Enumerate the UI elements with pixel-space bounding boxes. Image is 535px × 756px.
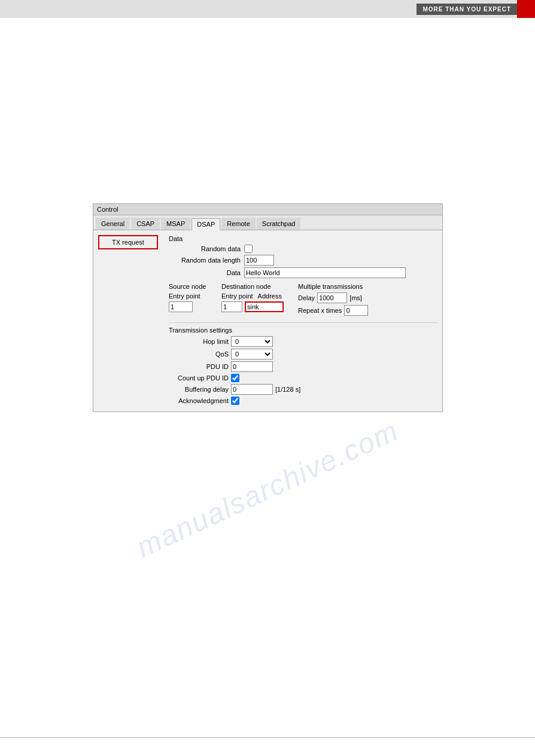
dest-address-input[interactable]: [245, 301, 284, 312]
buffering-input[interactable]: [231, 384, 273, 395]
random-data-row: Random data: [169, 245, 437, 253]
lower-area: Source node Entry point Destination node…: [169, 283, 437, 318]
source-node: Source node Entry point: [169, 283, 217, 318]
source-entry-point-input-row: [169, 301, 217, 312]
dest-input-row: [221, 301, 293, 312]
tx-request-button[interactable]: TX request: [98, 235, 158, 249]
qos-select[interactable]: 0 1 2: [231, 349, 273, 359]
data-input[interactable]: [244, 267, 406, 278]
buffering-label: Buffering delay: [169, 386, 229, 393]
random-data-checkbox[interactable]: [244, 245, 253, 253]
source-entry-point-row: Entry point: [169, 292, 217, 300]
left-col: TX request: [98, 235, 164, 407]
bottom-line: [0, 737, 535, 738]
dest-node: Destination node Entry point Address: [221, 283, 293, 318]
tab-remote[interactable]: Remote: [221, 218, 256, 230]
repeat-input[interactable]: [344, 305, 368, 316]
hop-limit-row: Hop limit 0 1 2 3: [169, 336, 437, 347]
transmission-settings: Transmission settings Hop limit 0 1 2 3 …: [169, 322, 437, 405]
tx-settings-title: Transmission settings: [169, 327, 437, 334]
random-data-length-label: Random data length: [169, 257, 241, 264]
repeat-row: Repeat x times: [298, 305, 370, 316]
multi-tx-title: Multiple transmissions: [298, 283, 370, 290]
ack-checkbox[interactable]: [231, 397, 239, 405]
source-node-title: Source node: [169, 283, 217, 290]
right-area: Data Random data Random data length Data: [169, 235, 437, 407]
data-section: Data Random data Random data length Data: [169, 235, 437, 278]
tab-bar: General CSAP MSAP DSAP Remote Scratchpad: [93, 215, 442, 230]
count-up-checkbox[interactable]: [231, 374, 239, 382]
ack-label: Acknowledgment: [169, 397, 229, 404]
dest-entry-point-input[interactable]: [221, 301, 242, 312]
delay-label: Delay: [298, 294, 315, 301]
delay-input[interactable]: [317, 292, 347, 303]
panel-title: Control: [93, 204, 442, 215]
pdu-id-input[interactable]: [231, 361, 273, 372]
count-up-label: Count up PDU ID: [169, 374, 229, 382]
tab-msap[interactable]: MSAP: [161, 218, 190, 230]
header-red-block: [517, 0, 535, 18]
watermark-text: manualsarchive.com: [132, 413, 404, 563]
dest-address-label: Address: [258, 292, 282, 300]
random-data-length-row: Random data length: [169, 255, 437, 266]
pdu-id-row: PDU ID: [169, 361, 437, 372]
data-section-title: Data: [169, 235, 437, 242]
dest-header-row: Entry point Address: [221, 292, 293, 300]
delay-row: Delay [ms]: [298, 292, 370, 303]
source-entry-point-input[interactable]: [169, 301, 193, 312]
qos-row: QoS 0 1 2: [169, 349, 437, 359]
control-panel: Control General CSAP MSAP DSAP Remote Sc…: [93, 203, 443, 412]
header-tagline: more than you expect: [417, 4, 517, 15]
count-up-row: Count up PDU ID: [169, 374, 437, 382]
buffering-unit: [1/128 s]: [275, 386, 300, 393]
tab-csap[interactable]: CSAP: [131, 218, 160, 230]
ack-row: Acknowledgment: [169, 397, 437, 405]
source-entry-point-label: Entry point: [169, 292, 200, 300]
repeat-label: Repeat x times: [298, 307, 342, 314]
header-bar: more than you expect: [0, 0, 535, 18]
dest-entry-point-label: Entry point: [221, 292, 253, 300]
dest-node-title: Destination node: [221, 283, 293, 290]
tab-general[interactable]: General: [96, 218, 130, 230]
hop-limit-label: Hop limit: [169, 338, 229, 345]
multi-tx: Multiple transmissions Delay [ms] Repeat…: [298, 283, 370, 318]
tab-scratchpad[interactable]: Scratchpad: [257, 218, 301, 230]
panel-body: TX request Data Random data Random data …: [93, 230, 442, 411]
tab-dsap[interactable]: DSAP: [191, 218, 220, 230]
random-data-label: Random data: [169, 245, 241, 252]
hop-limit-select[interactable]: 0 1 2 3: [231, 336, 273, 347]
data-value-row: Data: [169, 267, 437, 278]
data-label: Data: [169, 269, 241, 276]
delay-unit: [ms]: [349, 294, 362, 301]
buffering-row: Buffering delay [1/128 s]: [169, 384, 437, 395]
pdu-id-label: PDU ID: [169, 363, 229, 370]
qos-label: QoS: [169, 350, 229, 358]
random-data-length-input[interactable]: [244, 255, 274, 266]
